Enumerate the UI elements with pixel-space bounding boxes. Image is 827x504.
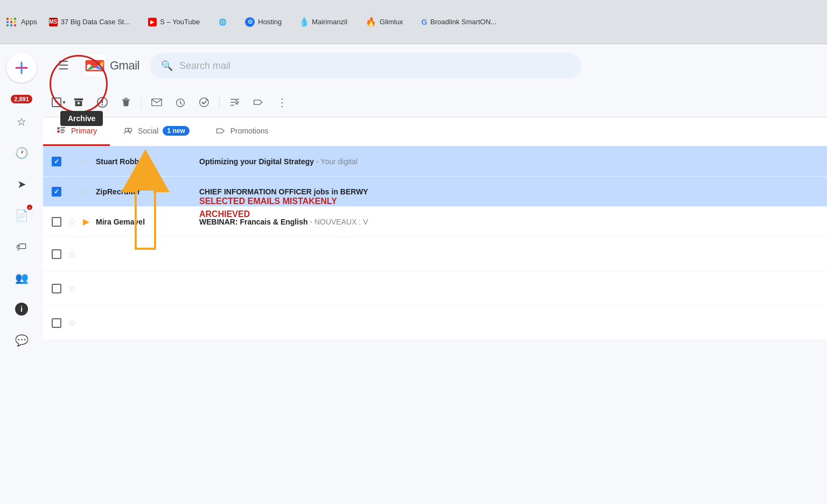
- nav-starred[interactable]: ☆: [9, 109, 34, 135]
- gmail-title: Gmail: [110, 59, 139, 73]
- more-options-btn[interactable]: ⋮: [271, 92, 293, 113]
- snooze-btn[interactable]: [170, 92, 191, 113]
- toolbar: ─ ▾ Archive: [43, 87, 827, 117]
- sender-1: Stuart Robb: [96, 157, 193, 166]
- promotions-tab-icon: [215, 125, 226, 136]
- email-checkbox-3[interactable]: [52, 217, 61, 227]
- star-3[interactable]: ☆: [68, 216, 76, 228]
- forward-2[interactable]: ▷: [83, 186, 89, 197]
- label-icon: [253, 96, 264, 108]
- nav-drafts[interactable]: 📄 •: [9, 202, 34, 228]
- gmail-m-logo: [84, 55, 106, 76]
- star-1[interactable]: ☆: [68, 156, 76, 167]
- archive-btn[interactable]: Archive: [68, 92, 89, 113]
- apps-tab-label: Apps: [21, 18, 37, 26]
- tab-bigdata[interactable]: MS 37 Big Data Case St...: [43, 15, 137, 30]
- search-icon: 🔍: [161, 60, 173, 72]
- search-bar[interactable]: 🔍 Search mail: [150, 53, 581, 79]
- tab-apps[interactable]: Apps: [6, 18, 37, 26]
- tab-glimlux-label: Glimlux: [380, 18, 403, 26]
- spam-icon: [96, 96, 108, 108]
- forward-1[interactable]: ▷: [83, 156, 89, 166]
- unread-count-badge: 2,891: [11, 95, 32, 103]
- mark-unread-btn[interactable]: [146, 92, 167, 113]
- email-row[interactable]: ☆: [43, 271, 827, 306]
- nav-info[interactable]: i: [9, 296, 34, 322]
- svg-rect-19: [58, 130, 60, 132]
- email-checkbox-5[interactable]: [52, 284, 61, 293]
- subject-2: CHIEF INFORMATION OFFICER jobs in BERWY: [199, 187, 818, 196]
- nav-sent[interactable]: ➤: [9, 171, 34, 197]
- email-checkbox-6[interactable]: [52, 318, 61, 328]
- label-icon: 🏷: [16, 241, 27, 253]
- tab-primary[interactable]: Primary: [43, 117, 110, 146]
- star-nav-icon: ☆: [17, 115, 26, 128]
- toolbar-divider-2: [219, 96, 220, 109]
- social-badge: 1 new: [163, 126, 189, 136]
- email-row[interactable]: ☆: [43, 237, 827, 271]
- tab-glimlux[interactable]: 🔥 Glimlux: [359, 13, 409, 30]
- mark-done-btn[interactable]: [193, 92, 215, 113]
- nav-labels[interactable]: 🏷: [9, 234, 34, 260]
- subject-text-1: Optimizing your Digital Strategy: [199, 157, 314, 166]
- svg-point-11: [102, 104, 103, 106]
- svg-point-17: [200, 97, 209, 107]
- svg-line-16: [180, 102, 182, 104]
- star-4[interactable]: ☆: [68, 248, 76, 260]
- forward-3[interactable]: ▶: [83, 216, 89, 227]
- drafts-badge: •: [27, 205, 32, 210]
- more-icon: ⋮: [277, 96, 288, 109]
- tab-globe[interactable]: 🌐: [212, 15, 233, 30]
- main-content: ☰: [43, 44, 827, 504]
- tab-promotions-label: Promotions: [230, 127, 269, 135]
- delete-btn[interactable]: [115, 92, 137, 113]
- nav-contacts[interactable]: 👥: [9, 265, 34, 291]
- email-checkbox-1[interactable]: [52, 157, 61, 166]
- report-spam-btn[interactable]: [92, 92, 113, 113]
- email-row[interactable]: ☆ ▶ Mira Gemayel WEBINAR: Francais & Eng…: [43, 207, 827, 237]
- email-checkbox-2[interactable]: [52, 187, 61, 197]
- select-all-btn[interactable]: ─ ▾: [52, 92, 66, 113]
- archive-icon: [73, 96, 85, 108]
- ms-icon: MS: [49, 18, 58, 26]
- tab-youtube-label: S – YouTube: [160, 18, 200, 26]
- email-list-container: SELECTED EMAILS MISTAKENLY ARCHIEVED ☆ ▷…: [43, 146, 827, 504]
- compose-button[interactable]: [6, 53, 37, 83]
- primary-tab-icon: [56, 125, 67, 136]
- tabs-row: Primary Social 1 new Promotions: [43, 117, 827, 146]
- star-6[interactable]: ☆: [68, 317, 76, 329]
- email-row[interactable]: ☆ ▷ Stuart Robb Optimizing your Digital …: [43, 146, 827, 177]
- svg-rect-18: [58, 127, 60, 129]
- svg-rect-13: [152, 99, 162, 106]
- select-dropdown-arrow[interactable]: ▾: [62, 99, 66, 106]
- hamburger-menu[interactable]: ☰: [54, 54, 73, 77]
- nav-chat[interactable]: 💬: [9, 327, 34, 353]
- tab-hosting[interactable]: ⊙ Hosting: [239, 14, 288, 30]
- select-checkbox[interactable]: ─: [52, 97, 61, 107]
- email-row[interactable]: ☆: [43, 306, 827, 340]
- youtube-icon: ▶: [148, 18, 157, 26]
- nav-snoozed[interactable]: 🕐: [9, 140, 34, 166]
- sent-icon: ➤: [17, 178, 26, 191]
- star-2[interactable]: ☆: [68, 186, 76, 198]
- tab-broadlink[interactable]: G Broadlink SmartON...: [415, 15, 503, 30]
- tab-social[interactable]: Social 1 new: [110, 117, 202, 146]
- tab-mairimanzil[interactable]: 💧 Mairimanzil: [293, 15, 354, 30]
- label-btn[interactable]: [248, 92, 269, 113]
- email-list: ☆ ▷ Stuart Robb Optimizing your Digital …: [43, 146, 827, 340]
- search-input[interactable]: Search mail: [179, 60, 570, 72]
- mark-unread-icon: [151, 96, 163, 108]
- tab-bigdata-label: 37 Big Data Case St...: [61, 18, 130, 26]
- tab-promotions[interactable]: Promotions: [202, 117, 282, 146]
- email-row[interactable]: ☆ ▷ ZipRecruiter CHIEF INFORMATION OFFIC…: [43, 177, 827, 207]
- tab-youtube[interactable]: ▶ S – YouTube: [142, 15, 206, 30]
- move-to-btn[interactable]: [224, 92, 246, 113]
- email-checkbox-4[interactable]: [52, 249, 61, 259]
- compose-icon: [12, 58, 31, 78]
- star-5[interactable]: ☆: [68, 283, 76, 295]
- svg-rect-21: [60, 129, 64, 130]
- gmail-logo: Gmail: [84, 55, 139, 76]
- drafts-icon: 📄: [15, 209, 29, 222]
- subject-text-2: CHIEF INFORMATION OFFICER jobs in BERWY: [199, 187, 368, 196]
- social-tab-icon: [123, 125, 134, 136]
